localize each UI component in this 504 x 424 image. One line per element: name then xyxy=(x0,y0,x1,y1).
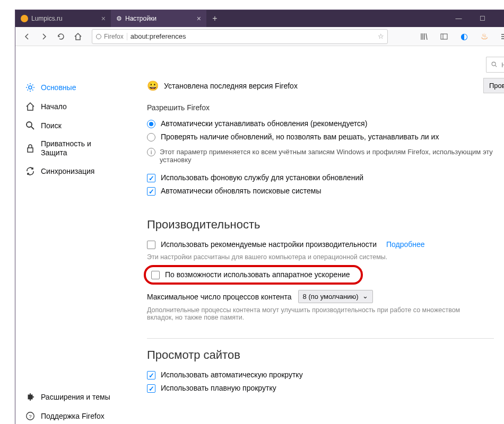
sidebar-icon[interactable] xyxy=(437,29,451,44)
svg-point-3 xyxy=(29,86,32,89)
identity-box[interactable]: Firefox xyxy=(95,33,127,40)
checkbox-auto-search-engines[interactable]: Автоматически обновлять поисковые систем… xyxy=(147,184,504,198)
gear-icon xyxy=(25,82,36,93)
svg-point-0 xyxy=(97,34,101,39)
tab-label: Настройки xyxy=(125,15,157,22)
sidebar-item-privacy[interactable]: Приватность и Защита xyxy=(15,135,123,162)
search-input[interactable]: Най xyxy=(486,57,504,73)
sidebar-item-label: Поиск xyxy=(41,121,62,130)
svg-rect-1 xyxy=(441,34,447,39)
sidebar-item-label: Расширения и темы xyxy=(41,393,110,401)
checkbox-icon xyxy=(147,187,155,196)
search-icon xyxy=(25,120,36,131)
close-icon[interactable]: × xyxy=(101,14,106,23)
new-tab-button[interactable]: + xyxy=(206,10,223,27)
performance-heading: Производительность xyxy=(147,218,504,232)
smile-icon: 😀 xyxy=(147,80,159,92)
browsing-heading: Просмотр сайтов xyxy=(147,348,504,362)
hw-accel-highlight: По возможности использовать аппаратное у… xyxy=(144,265,363,285)
search-icon xyxy=(491,61,498,68)
svg-rect-6 xyxy=(28,148,33,152)
update-info: i Этот параметр применяется ко всем учёт… xyxy=(147,144,504,166)
sidebar-item-general[interactable]: Основные xyxy=(15,78,123,97)
url-text: about:preferences xyxy=(131,32,186,40)
titlebar: Lumpics.ru × ⚙ Настройки × + — ☐ ✕ xyxy=(15,10,504,27)
checkbox-icon xyxy=(151,271,160,279)
reload-button[interactable] xyxy=(54,29,68,44)
help-icon: ? xyxy=(25,411,36,421)
extension-icon[interactable]: ◐ xyxy=(457,29,472,44)
check-updates-button[interactable]: Провер xyxy=(483,78,504,93)
process-count-select[interactable]: 8 (по умолчанию) xyxy=(298,290,373,303)
process-count-label: Максимальное число процессов контента xyxy=(147,293,292,301)
lock-icon xyxy=(25,143,36,154)
process-hint: Дополнительные процессы контента могут у… xyxy=(147,306,486,321)
search-placeholder: Най xyxy=(501,61,504,69)
tab-settings[interactable]: ⚙ Настройки × xyxy=(111,10,206,27)
sidebar-item-label: Поддержка Firefox xyxy=(41,412,105,420)
gear-icon: ⚙ xyxy=(116,15,122,22)
firefox-icon xyxy=(95,33,102,40)
radio-icon xyxy=(147,120,155,128)
maximize-button[interactable]: ☐ xyxy=(471,10,494,27)
perf-hint: Эти настройки рассчитаны для вашего комп… xyxy=(147,253,504,261)
sidebar-item-label: Синхронизация xyxy=(41,167,94,175)
radio-manual-update[interactable]: Проверять наличие обновлений, но позволя… xyxy=(147,130,504,144)
sidebar-item-support[interactable]: ? Поддержка Firefox xyxy=(15,407,123,424)
update-status: Установлена последняя версия Firefox xyxy=(164,82,298,90)
sidebar-item-extensions[interactable]: Расширения и темы xyxy=(15,387,123,407)
sidebar-item-search[interactable]: Поиск xyxy=(15,116,123,135)
sidebar-item-sync[interactable]: Синхронизация xyxy=(15,162,123,181)
checkbox-icon xyxy=(147,371,155,379)
svg-text:?: ? xyxy=(29,413,32,419)
checkbox-smooth-scroll[interactable]: Использовать плавную прокрутку xyxy=(147,382,504,395)
close-window-button[interactable]: ✕ xyxy=(494,10,504,27)
flame-icon[interactable]: ♨ xyxy=(477,29,492,44)
tab-label: Lumpics.ru xyxy=(31,15,63,22)
radio-icon xyxy=(147,133,155,142)
learn-more-link[interactable]: Подробнее xyxy=(386,240,425,249)
sidebar-item-label: Начало xyxy=(41,102,67,111)
preferences-sidebar: Основные Начало Поиск Приватность и Защи… xyxy=(15,46,123,424)
allow-firefox-label: Разрешить Firefox xyxy=(147,103,504,112)
close-icon[interactable]: × xyxy=(197,14,201,23)
sidebar-item-label: Приватность и Защита xyxy=(41,139,113,157)
home-icon xyxy=(25,101,36,112)
back-button[interactable] xyxy=(20,29,34,44)
checkbox-recommended-perf[interactable]: Использовать рекомендуемые настройки про… xyxy=(147,238,504,251)
home-button[interactable] xyxy=(71,29,85,44)
divider xyxy=(147,338,494,339)
url-bar[interactable]: Firefox about:preferences ☆ xyxy=(92,29,388,44)
svg-point-9 xyxy=(492,62,496,66)
checkbox-icon xyxy=(147,174,155,182)
tab-lumpics[interactable]: Lumpics.ru × xyxy=(15,10,111,27)
menu-button[interactable] xyxy=(497,29,504,44)
favicon-icon xyxy=(21,15,28,22)
checkbox-icon xyxy=(147,384,155,393)
forward-button[interactable] xyxy=(37,29,51,44)
svg-line-10 xyxy=(496,65,497,67)
sync-icon xyxy=(25,166,36,176)
radio-auto-update[interactable]: Автоматически устанавливать обновления (… xyxy=(147,117,504,130)
toolbar: Firefox about:preferences ☆ ◐ ♨ xyxy=(15,27,504,46)
sidebar-item-home[interactable]: Начало xyxy=(15,97,123,116)
info-icon: i xyxy=(147,148,155,156)
preferences-main: Най Провер 😀 Установлена последняя верси… xyxy=(123,46,504,424)
library-icon[interactable] xyxy=(416,29,431,44)
checkbox-bg-service[interactable]: Использовать фоновую службу для установк… xyxy=(147,171,504,184)
svg-line-5 xyxy=(31,127,34,129)
bookmark-star-icon[interactable]: ☆ xyxy=(378,32,384,40)
svg-point-4 xyxy=(27,122,32,127)
minimize-button[interactable]: — xyxy=(447,10,471,27)
checkbox-autoscroll[interactable]: Использовать автоматическую прокрутку xyxy=(147,368,504,382)
puzzle-icon xyxy=(25,392,36,402)
sidebar-item-label: Основные xyxy=(41,83,76,92)
checkbox-icon xyxy=(147,241,155,249)
checkbox-hw-accel[interactable]: По возможности использовать аппаратное у… xyxy=(148,270,353,279)
